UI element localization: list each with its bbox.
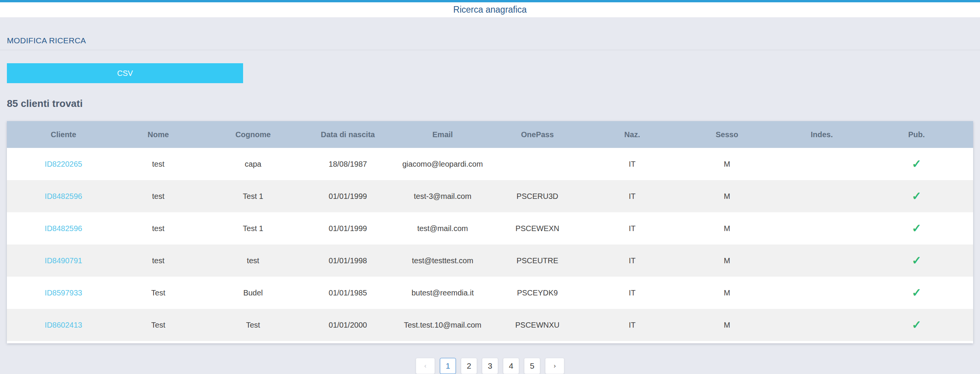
cell-nome: test <box>111 224 206 233</box>
cell-pub: ✓ <box>869 223 964 234</box>
column-header-data-di-nascita: Data di nascita <box>301 130 395 139</box>
cell-email: test@mail.com <box>395 224 490 233</box>
page-title: Ricerca anagrafica <box>453 5 527 15</box>
client-id-link[interactable]: ID8602413 <box>45 321 82 329</box>
published-check-icon: ✓ <box>912 223 921 234</box>
column-header-cognome: Cognome <box>206 130 301 139</box>
column-header-onepass: OnePass <box>490 130 585 139</box>
client-id-link[interactable]: ID8482596 <box>45 224 82 233</box>
column-header-cliente: Cliente <box>16 130 111 139</box>
cell-data-di-nascita: 01/01/1985 <box>301 289 395 297</box>
table-row: ID8490791testtest01/01/1998test@testtest… <box>7 244 973 277</box>
column-header-sesso: Sesso <box>679 130 774 139</box>
table-row: ID8482596testTest 101/01/1999test-3@mail… <box>7 180 973 212</box>
page-button-5[interactable]: 5 <box>524 358 540 374</box>
cell-cliente: ID8220265 <box>16 160 111 169</box>
cell-naz: IT <box>585 289 680 297</box>
table-body: ID8220265testcapa18/08/1987giacomo@leopa… <box>7 148 973 341</box>
column-header-nome: Nome <box>111 130 206 139</box>
cell-email: test-3@mail.com <box>395 192 490 201</box>
cell-onepass: PSCEUTRE <box>490 256 585 265</box>
cell-email: test@testtest.com <box>395 256 490 265</box>
next-page-button[interactable]: › <box>545 358 564 374</box>
cell-cliente: ID8597933 <box>16 289 111 297</box>
cell-data-di-nascita: 01/01/2000 <box>301 321 395 330</box>
cell-cognome: Test 1 <box>206 192 301 201</box>
page-button-2[interactable]: 2 <box>461 358 477 374</box>
cell-sesso: M <box>679 256 774 265</box>
cell-cognome: Test 1 <box>206 224 301 233</box>
cell-sesso: M <box>679 192 774 201</box>
cell-data-di-nascita: 01/01/1999 <box>301 224 395 233</box>
cell-cognome: Test <box>206 321 301 330</box>
pagination: ‹12345› <box>0 358 980 374</box>
cell-nome: Test <box>111 321 206 330</box>
client-id-link[interactable]: ID8597933 <box>45 289 82 297</box>
cell-data-di-nascita: 01/01/1998 <box>301 256 395 265</box>
cell-nome: test <box>111 192 206 201</box>
cell-pub: ✓ <box>869 287 964 299</box>
cell-naz: IT <box>585 256 680 265</box>
cell-email: giacomo@leopardi.com <box>395 160 490 169</box>
cell-nome: test <box>111 160 206 169</box>
cell-pub: ✓ <box>869 190 964 202</box>
modify-search-link[interactable]: MODIFICA RICERCA <box>7 36 86 45</box>
cell-naz: IT <box>585 224 680 233</box>
cell-pub: ✓ <box>869 319 964 331</box>
table-row: ID8482596testTest 101/01/1999test@mail.c… <box>7 212 973 244</box>
column-header-naz: Naz. <box>585 130 680 139</box>
page-button-1[interactable]: 1 <box>440 358 456 374</box>
cell-sesso: M <box>679 160 774 169</box>
cell-cognome: test <box>206 256 301 265</box>
cell-data-di-nascita: 18/08/1987 <box>301 160 395 169</box>
cell-pub: ✓ <box>869 255 964 266</box>
prev-page-button[interactable]: ‹ <box>416 358 435 374</box>
cell-email: Test.test.10@mail.com <box>395 321 490 330</box>
client-id-link[interactable]: ID8490791 <box>45 256 82 265</box>
cell-sesso: M <box>679 289 774 297</box>
cell-onepass: PSCEWEXN <box>490 224 585 233</box>
published-check-icon: ✓ <box>912 158 921 170</box>
table-row: ID8220265testcapa18/08/1987giacomo@leopa… <box>7 148 973 180</box>
cell-cognome: capa <box>206 160 301 169</box>
cell-cliente: ID8602413 <box>16 321 111 330</box>
cell-cognome: Budel <box>206 289 301 297</box>
published-check-icon: ✓ <box>912 287 921 299</box>
cell-sesso: M <box>679 224 774 233</box>
cell-naz: IT <box>585 160 680 169</box>
cell-cliente: ID8490791 <box>16 256 111 265</box>
table-row: ID8597933TestBudel01/01/1985butest@reemd… <box>7 277 973 309</box>
published-check-icon: ✓ <box>912 255 921 266</box>
published-check-icon: ✓ <box>912 190 921 202</box>
cell-cliente: ID8482596 <box>16 192 111 201</box>
column-header-pub: Pub. <box>869 130 964 139</box>
published-check-icon: ✓ <box>912 319 921 331</box>
client-id-link[interactable]: ID8220265 <box>45 160 82 168</box>
page-button-3[interactable]: 3 <box>482 358 498 374</box>
column-header-email: Email <box>395 130 490 139</box>
modify-search-section: MODIFICA RICERCA <box>0 18 980 50</box>
csv-export-button[interactable]: CSV <box>7 63 243 83</box>
main-content: MODIFICA RICERCA CSV 85 clienti trovati … <box>0 18 980 374</box>
cell-cliente: ID8482596 <box>16 224 111 233</box>
cell-naz: IT <box>585 321 680 330</box>
cell-naz: IT <box>585 192 680 201</box>
cell-data-di-nascita: 01/01/1999 <box>301 192 395 201</box>
table-row: ID8602413TestTest01/01/2000Test.test.10@… <box>7 309 973 341</box>
page-button-4[interactable]: 4 <box>503 358 519 374</box>
client-id-link[interactable]: ID8482596 <box>45 192 82 200</box>
cell-sesso: M <box>679 321 774 330</box>
cell-nome: test <box>111 256 206 265</box>
app-header: Ricerca anagrafica <box>0 0 980 18</box>
cell-onepass: PSCEYDK9 <box>490 289 585 297</box>
cell-onepass: PSCERU3D <box>490 192 585 201</box>
cell-onepass: PSCEWNXU <box>490 321 585 330</box>
table-header-row: ClienteNomeCognomeData di nascitaEmailOn… <box>7 121 973 148</box>
results-table-card: ClienteNomeCognomeData di nascitaEmailOn… <box>7 121 973 343</box>
column-header-indes: Indes. <box>774 130 869 139</box>
cell-pub: ✓ <box>869 158 964 170</box>
cell-nome: Test <box>111 289 206 297</box>
cell-email: butest@reemdia.it <box>395 289 490 297</box>
results-count: 85 clienti trovati <box>7 98 980 110</box>
